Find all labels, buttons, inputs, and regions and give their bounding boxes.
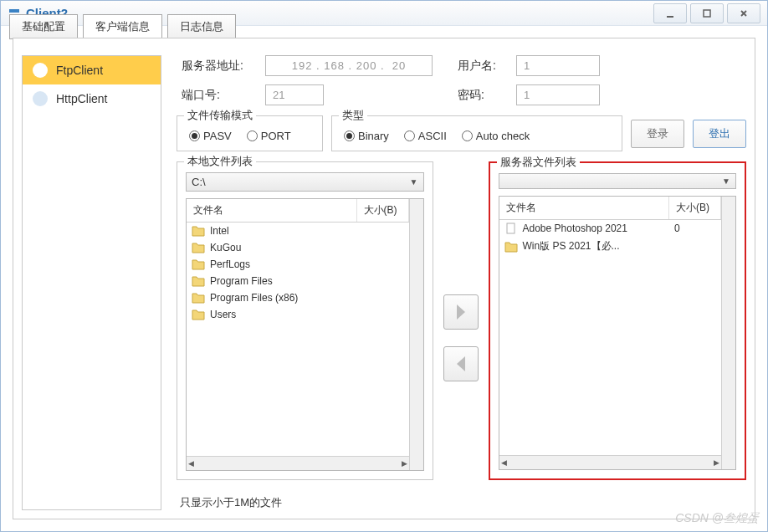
local-file-body[interactable]: Intel KuGou PerfLogs Program Files Progr…: [187, 223, 409, 456]
inner-panel: FtpClient HttpClient 服务器地址:: [13, 38, 755, 519]
folder-icon: [192, 225, 205, 237]
server-addr-label: 服务器地址:: [182, 59, 257, 74]
svg-rect-2: [667, 16, 673, 18]
file-row[interactable]: Win版 PS 2021【必...: [499, 237, 722, 256]
port-label: 端口号:: [182, 88, 257, 103]
file-row[interactable]: Adobe Photoshop 20210: [499, 220, 722, 237]
col-filename[interactable]: 文件名: [499, 197, 670, 219]
tab-client-info[interactable]: 客户端信息: [83, 14, 162, 39]
sidebar-item-label: FtpClient: [56, 64, 103, 77]
scroll-right-icon: ▶: [714, 458, 719, 467]
dot-icon: [33, 91, 48, 106]
pass-label: 密码:: [458, 88, 508, 103]
scroll-right-icon: ▶: [402, 459, 407, 468]
sidebar-item-ftpclient[interactable]: FtpClient: [23, 56, 161, 84]
password-input[interactable]: [516, 84, 600, 105]
radio-icon: [404, 130, 415, 141]
svg-rect-0: [9, 9, 19, 13]
close-button[interactable]: [727, 3, 760, 23]
radio-ascii[interactable]: ASCII: [404, 130, 447, 142]
h-scrollbar[interactable]: ◀▶: [187, 456, 409, 470]
file-row[interactable]: Intel: [187, 223, 409, 239]
file-row[interactable]: Program Files (x86): [187, 289, 409, 306]
file-row[interactable]: Users: [187, 306, 409, 323]
transfer-mode-group: 文件传输模式 PASV PORT: [177, 115, 323, 151]
server-drive-dropdown[interactable]: ▼: [499, 173, 737, 189]
sidebar-item-httpclient[interactable]: HttpClient: [23, 84, 161, 113]
folder-icon: [192, 242, 205, 253]
col-filesize[interactable]: 大小(B): [669, 197, 721, 219]
app-window: Client2 基础配置 客户端信息 日志信息 FtpClient: [0, 0, 768, 532]
scroll-left-icon: ◀: [501, 458, 507, 467]
local-files-panel: 本地文件列表 C:\▼ 文件名 大小(B): [177, 161, 433, 480]
dot-icon: [33, 63, 48, 78]
sidebar-item-label: HttpClient: [56, 92, 107, 105]
tab-log-info[interactable]: 日志信息: [167, 14, 236, 39]
server-files-legend: 服务器文件列表: [497, 155, 580, 170]
h-scrollbar[interactable]: ◀▶: [499, 455, 722, 469]
minimize-button[interactable]: [653, 3, 687, 23]
type-legend: 类型: [339, 108, 367, 123]
col-filename[interactable]: 文件名: [187, 199, 357, 222]
upload-button[interactable]: [443, 294, 479, 330]
file-icon: [504, 223, 518, 234]
local-files-legend: 本地文件列表: [184, 154, 256, 169]
svg-rect-3: [704, 10, 710, 17]
chevron-down-icon: ▼: [722, 176, 730, 186]
radio-binary[interactable]: Binary: [344, 130, 389, 142]
logout-button[interactable]: 登出: [693, 120, 746, 148]
user-label: 用户名:: [458, 59, 508, 74]
radio-icon: [247, 130, 258, 141]
connection-form: 服务器地址: 用户名: 端口号:: [177, 55, 746, 105]
download-button[interactable]: [443, 346, 479, 381]
window-controls: [650, 3, 760, 23]
server-addr-input[interactable]: [265, 55, 433, 76]
folder-icon: [192, 292, 205, 304]
v-scrollbar[interactable]: [409, 199, 423, 470]
right-area: 服务器地址: 用户名: 端口号:: [161, 55, 746, 510]
server-file-list: 文件名 大小(B) Adobe Photoshop 20210 Win版 PS …: [499, 196, 737, 470]
col-filesize[interactable]: 大小(B): [357, 199, 409, 222]
filter-label: 只显示小于1M的文件: [177, 490, 746, 510]
radio-autocheck[interactable]: Auto check: [462, 130, 530, 142]
login-button[interactable]: 登录: [631, 120, 684, 148]
file-row[interactable]: KuGou: [187, 239, 409, 256]
username-input[interactable]: [516, 55, 600, 76]
maximize-button[interactable]: [690, 3, 724, 23]
radio-icon: [189, 130, 200, 141]
radio-pasv[interactable]: PASV: [189, 130, 232, 142]
file-panels-row: 本地文件列表 C:\▼ 文件名 大小(B): [177, 161, 746, 480]
folder-icon: [192, 275, 205, 287]
local-drive-dropdown[interactable]: C:\▼: [186, 172, 424, 192]
server-file-body[interactable]: Adobe Photoshop 20210 Win版 PS 2021【必...: [499, 220, 722, 455]
folder-icon: [192, 258, 205, 270]
radio-icon: [462, 130, 473, 141]
port-input[interactable]: [265, 84, 324, 105]
chevron-down-icon: ▼: [410, 177, 418, 187]
file-row[interactable]: Program Files: [187, 273, 409, 289]
scroll-left-icon: ◀: [188, 459, 194, 468]
client-sidebar: FtpClient HttpClient: [22, 55, 161, 510]
radio-port[interactable]: PORT: [247, 130, 291, 142]
transfer-buttons: [443, 161, 479, 480]
radio-icon: [344, 130, 355, 141]
server-files-panel: 服务器文件列表 ▼ 文件名 大小(B): [489, 161, 747, 480]
folder-icon: [192, 309, 205, 320]
options-row: 文件传输模式 PASV PORT 类型 Binary ASCII Au: [177, 115, 746, 151]
content-area: 基础配置 客户端信息 日志信息 FtpClient HttpClient: [1, 26, 767, 531]
folder-icon: [504, 241, 518, 253]
file-row[interactable]: PerfLogs: [187, 256, 409, 273]
v-scrollbar[interactable]: [721, 197, 735, 469]
type-group: 类型 Binary ASCII Auto check: [331, 115, 622, 151]
transfer-mode-legend: 文件传输模式: [184, 108, 256, 123]
tab-basic-config[interactable]: 基础配置: [9, 14, 78, 39]
svg-rect-4: [507, 223, 515, 233]
tab-bar: 基础配置 客户端信息 日志信息: [9, 14, 236, 39]
local-file-list: 文件名 大小(B) Intel KuGou PerfLogs Program F…: [186, 198, 424, 471]
